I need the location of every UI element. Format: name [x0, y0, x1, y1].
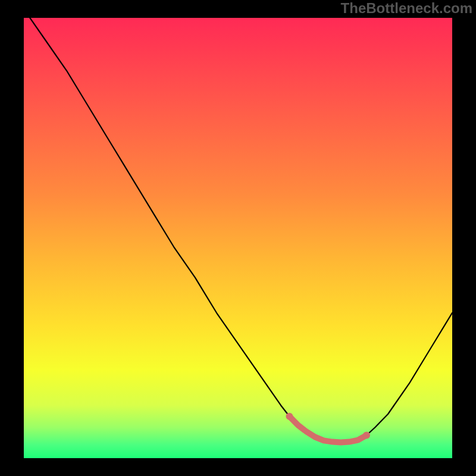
chart-frame: TheBottleneck.com — [0, 0, 476, 476]
valley-highlight — [24, 18, 452, 458]
watermark-text: TheBottleneck.com — [341, 0, 472, 17]
svg-point-2 — [363, 432, 370, 439]
plot-area — [24, 18, 452, 458]
svg-point-1 — [286, 413, 293, 420]
